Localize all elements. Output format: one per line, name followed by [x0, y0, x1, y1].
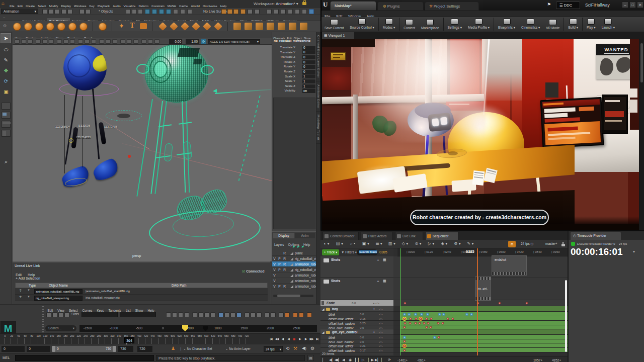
keyframe[interactable]: [437, 322, 440, 324]
track-offset-look-lefrigt[interactable]: offset look_lefrigt0.21‹○›: [320, 343, 393, 348]
lasso-tool[interactable]: ⬭: [2, 45, 11, 54]
maximize-button[interactable]: □: [629, 2, 636, 8]
viewport-icon[interactable]: [141, 39, 146, 44]
keyframe[interactable]: [404, 349, 406, 351]
layer-v[interactable]: V: [272, 267, 277, 273]
toolbar-icon[interactable]: [295, 9, 300, 14]
camera-icon[interactable]: ▦: [383, 258, 386, 262]
add-icon[interactable]: +: [373, 330, 375, 334]
layer-v[interactable]: V: [272, 273, 277, 278]
mel-dropdown[interactable]: MEL: [3, 356, 10, 359]
move-tool[interactable]: ✥: [2, 66, 11, 75]
sequencer-ruler[interactable]: | 0000| 0120| 0240| 0360| 0480| 0600| 07…: [397, 248, 568, 256]
layer-r[interactable]: R: [282, 250, 287, 256]
channel-value[interactable]: 0: [302, 65, 315, 69]
keyframe[interactable]: [409, 322, 412, 324]
anim-start-field[interactable]: 0: [2, 346, 25, 352]
graph-tool-icon[interactable]: [172, 312, 177, 317]
viewport-icon[interactable]: [15, 39, 20, 44]
keyframe[interactable]: [408, 313, 411, 315]
ue-toolbar-blueprints[interactable]: Blueprints ▾: [495, 17, 518, 32]
transport-3[interactable]: ◀: [342, 358, 345, 362]
timecode-dropdown-arrow[interactable]: ▾: [633, 249, 635, 254]
keyframe[interactable]: [419, 322, 421, 324]
lane-blink[interactable]: [393, 312, 568, 316]
key-nav[interactable]: ‹○›: [379, 317, 383, 320]
shelf-icon-xgen[interactable]: [278, 23, 285, 30]
keyframe[interactable]: [415, 317, 418, 320]
key-nav[interactable]: ‹○›: [379, 331, 383, 334]
add-icon[interactable]: +: [377, 279, 379, 284]
keyframe[interactable]: [404, 344, 406, 347]
channel-value[interactable]: 1: [302, 79, 315, 83]
track-fade[interactable]: Fade0.0+ ‹○›: [320, 300, 393, 306]
anim-layer-dropdown[interactable]: ⌄ No Anim Layer: [225, 347, 251, 351]
add-icon[interactable]: +: [373, 307, 375, 311]
keyframe[interactable]: [442, 322, 444, 324]
graph-tool-icon[interactable]: [224, 312, 229, 317]
keyframe[interactable]: [404, 336, 406, 338]
keyframe[interactable]: [420, 317, 422, 320]
character-set-icon[interactable]: ♟: [171, 346, 175, 351]
transport-4[interactable]: ◉: [349, 358, 352, 362]
channel-value[interactable]: 1: [302, 84, 315, 88]
graph-tool-icon[interactable]: [236, 312, 242, 317]
toolbar-icon[interactable]: [309, 9, 314, 14]
viewport-icon[interactable]: [70, 39, 75, 44]
viewport-icon[interactable]: [21, 39, 26, 44]
key-nav[interactable]: ‹○›: [379, 308, 383, 311]
shelf-icon-poly[interactable]: [24, 23, 32, 31]
scale-tool[interactable]: ▣: [2, 87, 11, 97]
speaker-icon[interactable]: ◀): [302, 346, 306, 350]
menu-set-dropdown[interactable]: Animation▾: [1, 9, 38, 14]
channel-value[interactable]: 0: [302, 46, 315, 50]
keyframe[interactable]: [426, 326, 428, 329]
master-dropdown[interactable]: master+: [545, 242, 557, 245]
shelf-icon-poly[interactable]: [46, 23, 54, 31]
track-blink[interactable]: blink0.0‹○›: [320, 312, 393, 316]
ue-toolbar-marketplace[interactable]: Marketplace: [418, 17, 442, 32]
layer-row[interactable]: VPRrig_roboBall_view: [272, 256, 316, 261]
object-name-input[interactable]: rig_roboBall_viewport:rig: [34, 296, 83, 301]
range-num[interactable]: -061+: [417, 358, 426, 362]
key-nav[interactable]: ‹○›: [379, 349, 383, 352]
keyframe[interactable]: [447, 317, 449, 320]
ue-toolbar-modes[interactable]: Modes ▾: [380, 17, 398, 32]
channel-value[interactable]: on: [302, 89, 315, 93]
graph-tool-icon[interactable]: [271, 312, 276, 317]
toolbar-icon[interactable]: [54, 9, 59, 14]
live-link-row[interactable]: ☥▼animation_roboBall_startRBL:rig|animat…: [15, 288, 268, 295]
shelf-icon-mash[interactable]: [192, 22, 200, 31]
viewport-icon[interactable]: [49, 39, 54, 44]
camera-icon[interactable]: ▦: [383, 279, 386, 283]
graph-tool-icon[interactable]: [285, 312, 290, 317]
layer-p[interactable]: P: [277, 256, 282, 261]
add-selection-button[interactable]: + Add Selection: [16, 277, 40, 280]
command-input[interactable]: [15, 355, 154, 361]
toolbar-icon[interactable]: [221, 9, 226, 14]
lane-offset-look-updow[interactable]: [393, 348, 568, 352]
ue-toolbar-play[interactable]: Play ▾: [584, 17, 599, 32]
layer-row[interactable]: VPRrig_roboBall_view: [272, 267, 316, 273]
toolbar-icon[interactable]: [255, 9, 260, 14]
transport-7[interactable]: ▏▶: [368, 358, 374, 362]
toolbar-icon[interactable]: [138, 9, 143, 14]
graph-tool-icon[interactable]: [257, 312, 262, 317]
transport-9[interactable]: ▏: [381, 358, 384, 362]
transport-6[interactable]: ▷: [362, 358, 364, 362]
key-nav[interactable]: ‹○›: [379, 322, 383, 325]
graph-tool-icon[interactable]: [192, 312, 197, 317]
colorspace-dropdown[interactable]: ACES 1.0 SDR-video (sRGB)▾: [208, 39, 260, 44]
ue-toolbar-save-current[interactable]: Save Current: [321, 17, 347, 32]
shelf-icon-xgen[interactable]: [267, 23, 274, 30]
stats-field-1[interactable]: [82, 312, 118, 317]
layer-menu[interactable]: Layers: [272, 242, 286, 247]
ue-scrollbar[interactable]: [639, 39, 644, 230]
snap-magnet-icon[interactable]: U: [508, 241, 516, 247]
viewport-icon[interactable]: [133, 39, 138, 44]
keyframe[interactable]: [430, 317, 433, 320]
playback-8[interactable]: ▶|: [314, 336, 320, 342]
layer-p[interactable]: P: [277, 284, 282, 289]
keyframe[interactable]: [466, 313, 468, 315]
lane-offset-look-updow[interactable]: [393, 321, 568, 325]
